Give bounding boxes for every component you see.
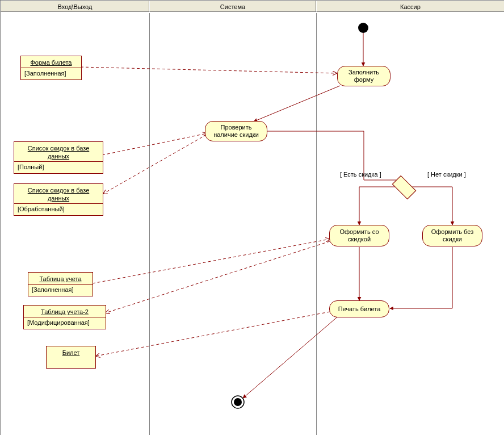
svg-line-1 [254, 86, 340, 122]
object-ticket-form: Форма билета [Заполненная] [20, 56, 82, 80]
svg-line-9 [96, 312, 330, 356]
object-state: [Обработанный] [18, 205, 99, 213]
activity-check-discount: Проверить наличие скидки [205, 121, 267, 141]
lane-header-cashier: Кассир [316, 1, 504, 12]
svg-line-5 [102, 133, 207, 155]
activity-label: Печать билета [338, 306, 381, 313]
svg-line-8 [106, 241, 330, 313]
lane-header-io: Вход\Выход [1, 1, 149, 12]
svg-line-3 [243, 315, 339, 398]
guard-has-discount: [ Есть скидка ] [340, 171, 381, 178]
decision-has-discount [392, 175, 417, 200]
object-state: [Заполненная] [24, 69, 78, 77]
object-state: [Полный] [18, 163, 99, 171]
initial-node [358, 23, 368, 33]
svg-line-4 [81, 67, 337, 73]
lane-header-system: Система [149, 1, 316, 12]
activity-label: Заполнить форму [341, 69, 387, 83]
object-title: Билет [50, 349, 92, 357]
activity-issue-without-discount: Оформить без скидки [422, 225, 482, 246]
object-title: Список скидок в базе данных [18, 144, 99, 160]
activity-label: Проверить наличие скидки [209, 124, 263, 139]
activity-fill-form: Заполнить форму [337, 66, 390, 86]
object-state: [Модифицированная] [27, 319, 102, 327]
activity-label: Оформить со скидкой [333, 228, 385, 243]
activity-diagram-canvas: Вход\Выход Система Кассир [0, 0, 504, 435]
object-ticket: Билет [46, 346, 96, 369]
object-account-table: Таблица учета [Заполненная] [28, 272, 93, 296]
lane-divider-2 [316, 13, 317, 435]
guard-no-discount: [ Нет скидки ] [427, 171, 466, 178]
svg-line-6 [103, 135, 207, 194]
object-title: Список скидок в базе данных [18, 186, 99, 202]
object-title: Таблица учета-2 [27, 308, 102, 316]
object-title: Таблица учета [32, 275, 89, 283]
svg-line-7 [93, 239, 330, 283]
object-title: Форма билета [24, 58, 78, 66]
activity-print-ticket: Печать билета [329, 300, 389, 317]
object-state: [Заполненная] [32, 286, 89, 294]
object-discount-list-full: Список скидок в базе данных [Полный] [14, 141, 103, 174]
activity-label: Оформить без скидки [426, 228, 478, 243]
final-node [234, 398, 242, 406]
object-discount-list-processed: Список скидок в базе данных [Обработанны… [14, 183, 103, 216]
activity-issue-with-discount: Оформить со скидкой [329, 225, 389, 246]
object-account-table-2: Таблица учета-2 [Модифицированная] [23, 305, 106, 329]
final-node-outer [232, 396, 244, 408]
lane-divider-1 [149, 13, 150, 435]
